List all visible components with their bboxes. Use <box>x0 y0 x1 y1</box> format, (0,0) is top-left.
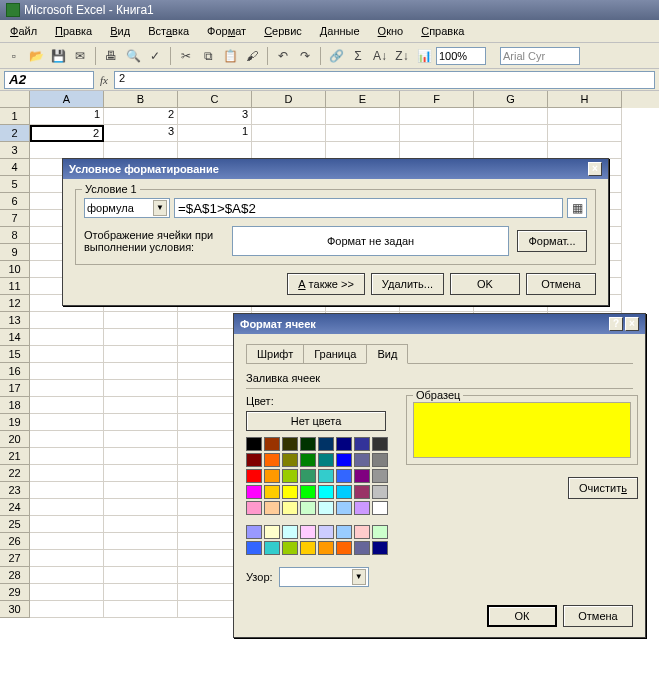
condition-type-dropdown[interactable]: формула▼ <box>84 198 170 218</box>
cell[interactable]: 2 <box>104 108 178 125</box>
color-swatch[interactable] <box>336 501 352 515</box>
cell[interactable] <box>30 499 104 516</box>
row-header[interactable]: 26 <box>0 533 30 550</box>
color-swatch[interactable] <box>246 437 262 451</box>
redo-icon[interactable]: ↷ <box>295 46 315 66</box>
cell[interactable] <box>104 533 178 550</box>
color-swatch[interactable] <box>246 485 262 499</box>
color-swatch[interactable] <box>282 501 298 515</box>
cell[interactable] <box>30 414 104 431</box>
color-swatch[interactable] <box>300 541 316 555</box>
cell[interactable] <box>30 312 104 329</box>
tab-border[interactable]: Граница <box>303 344 367 363</box>
color-swatch[interactable] <box>372 437 388 451</box>
row-header[interactable]: 12 <box>0 295 30 312</box>
color-swatch[interactable] <box>264 525 280 539</box>
row-header[interactable]: 1 <box>0 108 30 125</box>
color-swatch[interactable] <box>246 501 262 515</box>
color-swatch[interactable] <box>318 501 334 515</box>
color-swatch[interactable] <box>336 453 352 467</box>
dialog-titlebar[interactable]: Формат ячеек ? × <box>234 314 645 334</box>
mail-icon[interactable]: ✉ <box>70 46 90 66</box>
cell[interactable]: 2 <box>30 125 104 142</box>
col-header[interactable]: D <box>252 91 326 108</box>
format-painter-icon[interactable]: 🖌 <box>242 46 262 66</box>
chart-icon[interactable]: 📊 <box>414 46 434 66</box>
cancel-button[interactable]: Отмена <box>563 605 633 627</box>
cell[interactable] <box>104 584 178 601</box>
color-swatch[interactable] <box>372 453 388 467</box>
cell[interactable]: 3 <box>178 108 252 125</box>
color-swatch[interactable] <box>264 485 280 499</box>
cell[interactable] <box>30 550 104 567</box>
new-icon[interactable]: ▫ <box>4 46 24 66</box>
cell[interactable]: 3 <box>104 125 178 142</box>
range-picker-icon[interactable]: ▦ <box>567 198 587 218</box>
row-header[interactable]: 25 <box>0 516 30 533</box>
color-swatch[interactable] <box>264 469 280 483</box>
cell[interactable] <box>178 142 252 159</box>
select-all-corner[interactable] <box>0 91 30 108</box>
color-swatch[interactable] <box>264 541 280 555</box>
color-swatch[interactable] <box>372 469 388 483</box>
help-icon[interactable]: ? <box>609 317 623 331</box>
menu-format[interactable]: Формат <box>199 23 254 39</box>
color-swatch[interactable] <box>300 501 316 515</box>
cell[interactable] <box>474 108 548 125</box>
col-header[interactable]: C <box>178 91 252 108</box>
cell[interactable] <box>400 108 474 125</box>
color-swatch[interactable] <box>318 453 334 467</box>
row-header[interactable]: 8 <box>0 227 30 244</box>
cell[interactable] <box>326 142 400 159</box>
cell[interactable] <box>30 142 104 159</box>
row-header[interactable]: 7 <box>0 210 30 227</box>
row-header[interactable]: 27 <box>0 550 30 567</box>
color-swatch[interactable] <box>318 525 334 539</box>
menu-tools[interactable]: Сервис <box>256 23 310 39</box>
menu-insert[interactable]: Вставка <box>140 23 197 39</box>
cell[interactable] <box>104 397 178 414</box>
paste-icon[interactable]: 📋 <box>220 46 240 66</box>
color-swatch[interactable] <box>336 525 352 539</box>
cell[interactable] <box>30 533 104 550</box>
color-swatch[interactable] <box>300 525 316 539</box>
cell[interactable] <box>30 397 104 414</box>
color-swatch[interactable] <box>264 437 280 451</box>
cell[interactable] <box>252 125 326 142</box>
color-swatch[interactable] <box>354 469 370 483</box>
cell[interactable] <box>30 431 104 448</box>
row-header[interactable]: 15 <box>0 346 30 363</box>
cell[interactable] <box>252 108 326 125</box>
color-swatch[interactable] <box>300 437 316 451</box>
ok-button[interactable]: OK <box>450 273 520 295</box>
menu-view[interactable]: Вид <box>102 23 138 39</box>
row-header[interactable]: 17 <box>0 380 30 397</box>
link-icon[interactable]: 🔗 <box>326 46 346 66</box>
col-header[interactable]: G <box>474 91 548 108</box>
color-swatch[interactable] <box>282 469 298 483</box>
cell[interactable] <box>400 125 474 142</box>
cell[interactable] <box>104 363 178 380</box>
print-icon[interactable]: 🖶 <box>101 46 121 66</box>
sort-desc-icon[interactable]: Z↓ <box>392 46 412 66</box>
color-swatch[interactable] <box>300 469 316 483</box>
color-swatch[interactable] <box>372 525 388 539</box>
menu-edit[interactable]: Правка <box>47 23 100 39</box>
cell[interactable] <box>30 329 104 346</box>
color-swatch[interactable] <box>372 485 388 499</box>
row-header[interactable]: 16 <box>0 363 30 380</box>
cell[interactable] <box>104 601 178 618</box>
row-header[interactable]: 5 <box>0 176 30 193</box>
delete-button[interactable]: Удалить... <box>371 273 444 295</box>
row-header[interactable]: 10 <box>0 261 30 278</box>
sum-icon[interactable]: Σ <box>348 46 368 66</box>
row-header[interactable]: 21 <box>0 448 30 465</box>
color-swatch[interactable] <box>282 453 298 467</box>
cell[interactable] <box>30 380 104 397</box>
color-swatch[interactable] <box>246 525 262 539</box>
color-swatch[interactable] <box>354 437 370 451</box>
cell[interactable] <box>104 431 178 448</box>
color-swatch[interactable] <box>318 437 334 451</box>
menu-help[interactable]: Справка <box>413 23 472 39</box>
zoom-combo[interactable] <box>436 47 486 65</box>
